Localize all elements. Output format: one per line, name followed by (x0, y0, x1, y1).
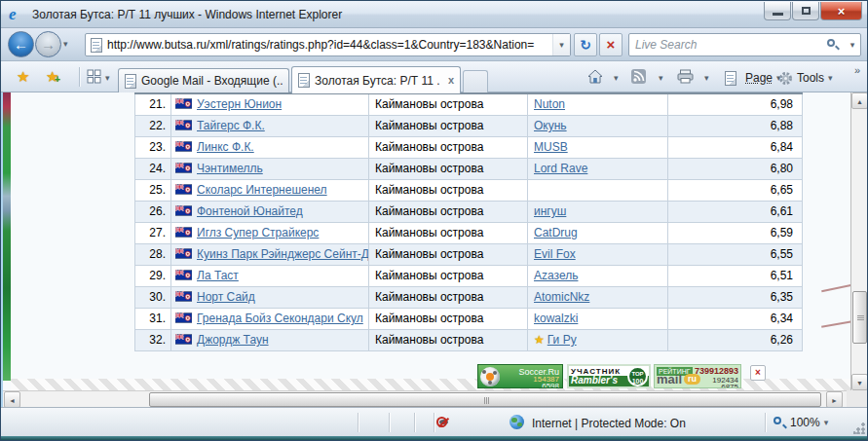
stop-button[interactable]: × (599, 33, 623, 56)
manager-cell: ингуш (528, 201, 668, 222)
team-link[interactable]: Куинз Парк Рэйнджерс Сейнт-Джо (197, 247, 369, 261)
stop-icon: × (607, 36, 616, 53)
banner-close-button[interactable]: × (750, 365, 766, 381)
vertical-scrollbar[interactable]: ▲ ▼ (850, 92, 867, 390)
tab-zolotaya-butsa[interactable]: Золотая Бутса: Р/Т 11 ... x (291, 66, 461, 93)
team-cell: Норт Сайд (171, 286, 369, 308)
rating-cell: 6,55 (668, 243, 803, 265)
team-cell: Тайгерс Ф.К. (171, 115, 369, 136)
forward-button[interactable]: → (35, 31, 61, 57)
tools-menu-button[interactable]: Tools ▾ (778, 68, 833, 88)
feeds-dropdown[interactable]: ▾ (659, 73, 663, 83)
mailru-rating-banner[interactable]: РЕЙТИНГ 739912893 mail ru 192434 6875 (654, 364, 741, 388)
table-row: 25. Сколарс Интернешенел Каймановы остро… (135, 179, 803, 201)
team-link[interactable]: Джордж Таун (197, 333, 269, 347)
refresh-button[interactable]: ↻ (574, 33, 597, 56)
team-link[interactable]: Фонтеной Юнайтед (197, 204, 303, 218)
url-input[interactable] (107, 38, 552, 52)
tab-bar: ★ ★ + ▾ Google Mail - Входящие (... Золо… (1, 61, 867, 92)
address-dropdown[interactable]: ▾ (552, 34, 570, 55)
page-menu-label: Page (745, 71, 773, 85)
quick-tabs-dropdown[interactable]: ▾ (105, 73, 110, 83)
rambler-top100-icon: TOP 100 (627, 366, 648, 386)
rating-cell: 6,84 (668, 136, 803, 158)
print-dropdown[interactable]: ▾ (704, 73, 709, 83)
scroll-left-button[interactable]: ◄ (4, 391, 20, 407)
team-cell: Уэстерн Юнион (171, 93, 369, 115)
manager-link[interactable]: MUSB (534, 140, 568, 154)
minimize-button[interactable] (764, 2, 791, 20)
rank-cell: 27. (135, 222, 171, 243)
team-link[interactable]: Иглз Супер Страйкерс (197, 226, 319, 239)
manager-link[interactable]: kowalzki (534, 312, 578, 325)
team-link[interactable]: Ла Таст (197, 269, 239, 282)
team-link[interactable]: Чэнтимелль (197, 162, 263, 175)
team-link[interactable]: Норт Сайд (197, 290, 255, 304)
manager-link[interactable]: Ги Ру (547, 333, 577, 347)
manager-cell: AtomicNkz (528, 286, 668, 308)
add-favorite-button[interactable]: ★ + (46, 68, 58, 86)
zoom-control[interactable]: 100% ▾ (774, 413, 855, 432)
tab-label: Google Mail - Входящие (... (141, 74, 283, 88)
team-cell: Куинз Парк Рэйнджерс Сейнт-Джо (171, 243, 369, 265)
manager-link[interactable]: Lord Rave (534, 162, 587, 175)
cayman-islands-flag-icon (175, 291, 192, 302)
rank-cell: 28. (135, 243, 171, 265)
recent-pages-dropdown[interactable]: ▾ (63, 39, 68, 49)
tab-google-mail[interactable]: Google Mail - Входящие (... (118, 68, 289, 92)
scroll-right-button[interactable]: ► (826, 391, 843, 407)
team-link[interactable]: Сколарс Интернешенел (197, 183, 327, 197)
print-button[interactable] (677, 69, 694, 88)
tab-page-icon (298, 73, 310, 88)
search-icon[interactable] (827, 39, 839, 51)
team-link[interactable]: Гренада Бойз Секондари Скул (197, 312, 363, 325)
resize-grip[interactable] (853, 423, 865, 434)
quick-tabs-button[interactable] (87, 69, 101, 88)
tab-close-icon[interactable]: x (448, 75, 454, 86)
ratings-table: 21. Уэстерн Юнион Каймановы острова Nuto… (134, 92, 803, 351)
favorites-center-button[interactable]: ★ (17, 68, 29, 86)
manager-link[interactable]: Evil Fox (534, 247, 576, 261)
feeds-button[interactable] (631, 69, 646, 88)
team-link[interactable]: Уэстерн Юнион (197, 97, 282, 111)
manager-link[interactable]: ингуш (534, 204, 566, 218)
manager-link[interactable]: AtomicNkz (534, 290, 589, 304)
scroll-up-button[interactable]: ▲ (851, 92, 868, 109)
rss-icon (631, 69, 646, 84)
minimize-icon (773, 13, 783, 16)
search-options-dropdown[interactable]: ▾ (845, 40, 860, 50)
home-dropdown[interactable]: ▾ (614, 73, 619, 83)
internet-zone-icon (509, 415, 524, 429)
new-tab-stub[interactable] (463, 70, 488, 92)
table-row: 30. Норт Сайд Каймановы острова AtomicNk… (135, 286, 803, 308)
manager-link[interactable]: Окунь (534, 119, 567, 132)
scroll-down-button[interactable]: ▼ (851, 374, 868, 390)
cayman-islands-flag-icon (175, 141, 192, 152)
vertical-scroll-thumb[interactable] (852, 291, 867, 344)
team-link[interactable]: Линкс Ф.К. (197, 140, 254, 154)
rambler-top100-banner[interactable]: УЧАСТНИК Rambler's TOP 100 (567, 364, 651, 388)
page-background-stripe (3, 92, 11, 381)
home-button[interactable] (587, 69, 603, 88)
favorites-star-icon: ★ (17, 68, 29, 85)
soccer-ru-banner[interactable]: Soccer.Ru 154387 6598 (477, 364, 563, 388)
restore-button[interactable] (792, 2, 819, 20)
search-input[interactable] (629, 38, 827, 52)
team-cell: Сколарс Интернешенел (171, 179, 369, 201)
manager-link[interactable]: CatDrug (534, 226, 578, 239)
horizontal-scrollbar[interactable]: ◄ ► (3, 390, 847, 407)
back-button[interactable]: ← (8, 31, 34, 57)
manager-link[interactable]: Azазель (534, 269, 578, 282)
popup-blocked-icon[interactable] (436, 415, 451, 429)
page-menu-button[interactable]: Page ▾ (720, 68, 781, 88)
toolbar-overflow-button[interactable]: » (854, 64, 860, 76)
horizontal-scroll-thumb[interactable] (149, 392, 821, 407)
add-plus-icon: + (55, 75, 60, 85)
mailru-count2: 6875 (721, 383, 738, 388)
team-link[interactable]: Тайгерс Ф.К. (197, 119, 265, 132)
country-cell: Каймановы острова (369, 93, 528, 115)
close-button[interactable]: × (820, 2, 862, 20)
search-box: ▾ (628, 33, 861, 56)
manager-link[interactable]: Nuton (534, 97, 565, 111)
rank-cell: 23. (135, 136, 171, 158)
